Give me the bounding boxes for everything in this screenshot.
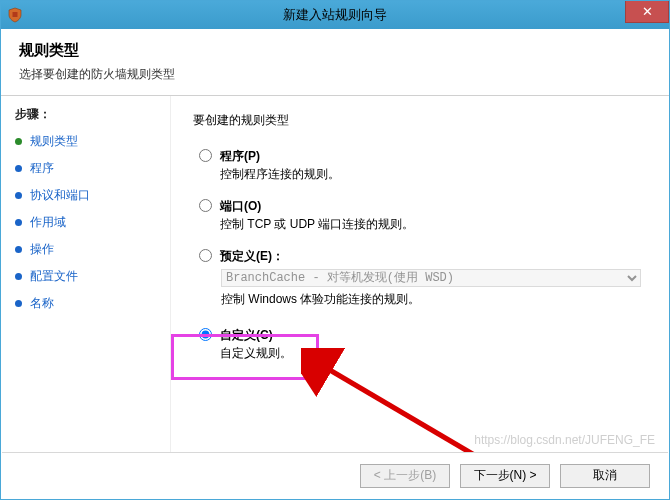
option-text: 程序(P) 控制程序连接的规则。 bbox=[220, 147, 340, 183]
step-program[interactable]: 程序 bbox=[15, 160, 162, 177]
radio-program[interactable] bbox=[199, 149, 212, 162]
bullet-icon bbox=[15, 138, 22, 145]
option-text: 自定义(C) 自定义规则。 bbox=[220, 326, 292, 362]
option-desc: 控制 TCP 或 UDP 端口连接的规则。 bbox=[220, 215, 414, 233]
predefined-desc: 控制 Windows 体验功能连接的规则。 bbox=[221, 291, 649, 308]
step-label: 名称 bbox=[30, 295, 54, 312]
bullet-icon bbox=[15, 300, 22, 307]
titlebar: 新建入站规则向导 ✕ bbox=[1, 1, 669, 29]
steps-heading: 步骤： bbox=[15, 106, 162, 123]
option-custom[interactable]: 自定义(C) 自定义规则。 bbox=[199, 326, 649, 362]
step-action[interactable]: 操作 bbox=[15, 241, 162, 258]
option-predefined[interactable]: 预定义(E)： bbox=[199, 247, 649, 265]
radio-port[interactable] bbox=[199, 199, 212, 212]
close-icon: ✕ bbox=[642, 4, 653, 19]
step-rule-type[interactable]: 规则类型 bbox=[15, 133, 162, 150]
step-label: 协议和端口 bbox=[30, 187, 90, 204]
page-subtitle: 选择要创建的防火墙规则类型 bbox=[19, 66, 651, 83]
option-port[interactable]: 端口(O) 控制 TCP 或 UDP 端口连接的规则。 bbox=[199, 197, 649, 233]
option-desc: 控制程序连接的规则。 bbox=[220, 165, 340, 183]
option-title: 预定义(E)： bbox=[220, 247, 284, 265]
step-label: 程序 bbox=[30, 160, 54, 177]
step-scope[interactable]: 作用域 bbox=[15, 214, 162, 231]
step-protocol-port[interactable]: 协议和端口 bbox=[15, 187, 162, 204]
step-label: 操作 bbox=[30, 241, 54, 258]
step-name[interactable]: 名称 bbox=[15, 295, 162, 312]
option-program[interactable]: 程序(P) 控制程序连接的规则。 bbox=[199, 147, 649, 183]
next-button[interactable]: 下一步(N) > bbox=[460, 464, 550, 488]
option-desc: 自定义规则。 bbox=[220, 344, 292, 362]
wizard-body: 步骤： 规则类型 程序 协议和端口 作用域 操作 bbox=[1, 96, 669, 456]
cancel-button[interactable]: 取消 bbox=[560, 464, 650, 488]
bullet-icon bbox=[15, 273, 22, 280]
radio-predefined[interactable] bbox=[199, 249, 212, 262]
close-button[interactable]: ✕ bbox=[625, 1, 669, 23]
wizard-window: 新建入站规则向导 ✕ 规则类型 选择要创建的防火墙规则类型 步骤： 规则类型 程… bbox=[0, 0, 670, 500]
back-button[interactable]: < 上一步(B) bbox=[360, 464, 450, 488]
bullet-icon bbox=[15, 246, 22, 253]
bullet-icon bbox=[15, 219, 22, 226]
main-prompt: 要创建的规则类型 bbox=[193, 112, 649, 129]
svg-line-1 bbox=[323, 366, 476, 456]
step-label: 配置文件 bbox=[30, 268, 78, 285]
radio-custom[interactable] bbox=[199, 328, 212, 341]
predefined-select[interactable]: BranchCache - 对等机发现(使用 WSD) bbox=[221, 269, 641, 287]
option-title: 程序(P) bbox=[220, 147, 340, 165]
main-panel: 要创建的规则类型 程序(P) 控制程序连接的规则。 端口(O) 控制 TCP 或… bbox=[171, 96, 669, 456]
bullet-icon bbox=[15, 192, 22, 199]
option-title: 端口(O) bbox=[220, 197, 414, 215]
annotation-arrow-icon bbox=[301, 348, 491, 468]
step-label: 规则类型 bbox=[30, 133, 78, 150]
page-title: 规则类型 bbox=[19, 41, 651, 60]
steps-sidebar: 步骤： 规则类型 程序 协议和端口 作用域 操作 bbox=[1, 96, 171, 456]
option-text: 预定义(E)： bbox=[220, 247, 284, 265]
footer: < 上一步(B) 下一步(N) > 取消 bbox=[2, 452, 668, 498]
window-title: 新建入站规则向导 bbox=[1, 6, 669, 24]
step-profile[interactable]: 配置文件 bbox=[15, 268, 162, 285]
option-title: 自定义(C) bbox=[220, 326, 292, 344]
step-label: 作用域 bbox=[30, 214, 66, 231]
bullet-icon bbox=[15, 165, 22, 172]
option-text: 端口(O) 控制 TCP 或 UDP 端口连接的规则。 bbox=[220, 197, 414, 233]
header-panel: 规则类型 选择要创建的防火墙规则类型 bbox=[1, 29, 669, 96]
predefined-select-wrap: BranchCache - 对等机发现(使用 WSD) bbox=[221, 269, 641, 287]
